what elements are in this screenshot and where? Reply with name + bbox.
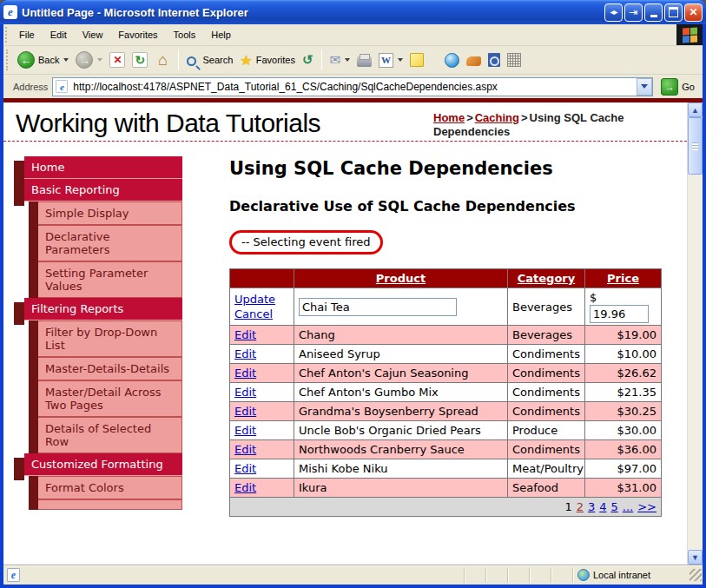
sort-category-link[interactable]: Category bbox=[518, 272, 575, 285]
home-button[interactable] bbox=[151, 50, 174, 69]
address-dropdown-button[interactable] bbox=[637, 78, 652, 96]
back-button[interactable]: Back bbox=[14, 50, 72, 70]
go-button[interactable]: Go bbox=[657, 76, 700, 97]
sidebar-item[interactable]: Simple Display bbox=[29, 202, 182, 225]
edit-with-word-button[interactable] bbox=[375, 51, 406, 69]
breadcrumb-caching-link[interactable]: Caching bbox=[475, 111, 519, 124]
pager-link[interactable]: 5 bbox=[611, 500, 618, 513]
history-icon bbox=[302, 52, 313, 68]
close-button[interactable] bbox=[684, 3, 703, 22]
address-input[interactable] bbox=[71, 80, 637, 94]
window-controls bbox=[604, 3, 703, 22]
refresh-icon bbox=[132, 52, 148, 68]
sidebar-item[interactable]: Master/Detail Across Two Pages bbox=[29, 380, 182, 417]
minimize-button[interactable] bbox=[644, 3, 663, 22]
toolbar-grip[interactable] bbox=[6, 50, 10, 70]
cancel-link[interactable]: Cancel bbox=[234, 307, 273, 320]
edit-link[interactable]: Edit bbox=[234, 367, 256, 380]
scrollbar-thumb[interactable] bbox=[688, 117, 703, 175]
pager-link[interactable]: >> bbox=[637, 500, 657, 513]
mail-button[interactable] bbox=[327, 50, 354, 69]
history-button[interactable] bbox=[299, 50, 317, 69]
menu-file[interactable]: File bbox=[11, 27, 43, 43]
favorites-button[interactable]: Favorites bbox=[236, 50, 299, 70]
research-button[interactable] bbox=[485, 51, 504, 69]
menu-bar: FileEditViewFavoritesToolsHelp bbox=[11, 24, 676, 45]
status-message: -- Selecting event fired bbox=[241, 235, 371, 248]
sidebar-item[interactable]: Master-Details-Details bbox=[29, 357, 182, 380]
search-button[interactable]: Search bbox=[183, 53, 236, 68]
notes-button[interactable] bbox=[406, 51, 427, 69]
sidebar-item[interactable]: Setting Parameter Values bbox=[29, 261, 182, 298]
product-cell: Uncle Bob's Organic Dried Pears bbox=[294, 421, 508, 440]
sidebar-item[interactable]: Filtering Reports bbox=[14, 298, 182, 320]
pager-link[interactable]: 4 bbox=[599, 500, 606, 513]
resize-grip[interactable] bbox=[690, 569, 702, 581]
edit-link[interactable]: Edit bbox=[234, 347, 256, 360]
sidebar-item[interactable]: Filter by Drop-Down List bbox=[29, 320, 182, 357]
sidebar-item[interactable]: Format Colors bbox=[29, 476, 182, 499]
grid-row: EditGrandma's Boysenberry SpreadCondimen… bbox=[230, 402, 662, 421]
print-button[interactable] bbox=[353, 52, 375, 69]
breadcrumb-home-link[interactable]: Home bbox=[433, 111, 465, 124]
product-name-input[interactable] bbox=[299, 298, 457, 316]
sidebar-notch bbox=[14, 161, 24, 183]
sidebar-item[interactable]: Basic Reporting bbox=[14, 179, 182, 202]
html-tool-button[interactable] bbox=[504, 51, 525, 69]
sidebar-item-label: Setting Parameter Values bbox=[38, 261, 182, 298]
toolbar-separator bbox=[178, 50, 179, 70]
sort-product-link[interactable]: Product bbox=[376, 272, 426, 285]
sidebar-item[interactable]: Home bbox=[14, 156, 182, 179]
edit-link[interactable]: Edit bbox=[234, 328, 256, 341]
menu-help[interactable]: Help bbox=[203, 27, 239, 43]
menu-tools[interactable]: Tools bbox=[166, 27, 204, 43]
price-input[interactable] bbox=[590, 305, 649, 323]
sidebar-spine bbox=[29, 417, 38, 453]
update-link[interactable]: Update bbox=[234, 293, 275, 306]
scroll-up-button[interactable] bbox=[688, 102, 703, 117]
edit-link[interactable]: Edit bbox=[234, 462, 256, 475]
main-content: Using SQL Cache Dependencies Declarative… bbox=[229, 156, 663, 517]
edit-link[interactable]: Edit bbox=[234, 443, 256, 456]
maximize-button[interactable] bbox=[664, 3, 683, 22]
edit-link[interactable]: Edit bbox=[234, 386, 256, 399]
scroll-down-button[interactable] bbox=[688, 550, 703, 565]
messenger-button[interactable] bbox=[441, 51, 463, 69]
site-masthead: Working with Data Tutorials Home>Caching… bbox=[3, 102, 687, 142]
stop-button[interactable] bbox=[106, 50, 129, 69]
address-combo bbox=[52, 77, 653, 96]
grid-body: EditChangBeverages$19.00EditAniseed Syru… bbox=[230, 326, 662, 498]
sort-price-link[interactable]: Price bbox=[607, 272, 639, 285]
menu-grip[interactable] bbox=[5, 27, 10, 43]
sidebar: HomeBasic ReportingSimple DisplayDeclara… bbox=[14, 156, 182, 517]
sidebar-item[interactable]: Customized Formatting bbox=[14, 453, 182, 476]
forward-button[interactable] bbox=[72, 50, 106, 70]
scrollbar-track[interactable] bbox=[688, 117, 703, 550]
ie-app-icon bbox=[3, 5, 17, 19]
pixel-grid-icon bbox=[507, 53, 521, 67]
pager-link[interactable]: 2 bbox=[577, 500, 584, 513]
status-main-pane bbox=[3, 568, 464, 582]
undock-button[interactable] bbox=[624, 3, 643, 22]
pager-link[interactable]: ... bbox=[623, 500, 633, 513]
pager-link[interactable]: 3 bbox=[588, 500, 595, 513]
edit-link[interactable]: Edit bbox=[234, 424, 256, 437]
sidebar-item[interactable]: Details of Selected Row bbox=[29, 417, 182, 453]
back-label: Back bbox=[38, 55, 59, 65]
menu-favorites[interactable]: Favorites bbox=[110, 27, 165, 43]
ie-page-icon bbox=[56, 80, 68, 93]
quick-launch-button[interactable] bbox=[463, 52, 485, 68]
price-cell: $30.00 bbox=[585, 421, 662, 440]
sidebar-item-label: Home bbox=[24, 156, 182, 179]
menu-edit[interactable]: Edit bbox=[43, 27, 75, 43]
edit-link[interactable]: Edit bbox=[234, 481, 256, 494]
search-label: Search bbox=[202, 55, 233, 65]
category-cell: Condiments bbox=[508, 364, 585, 383]
edit-link[interactable]: Edit bbox=[234, 405, 256, 418]
resize-toggle-button[interactable] bbox=[604, 3, 623, 22]
search-icon bbox=[187, 56, 196, 66]
price-cell: $30.25 bbox=[585, 402, 662, 421]
sidebar-item[interactable]: Declarative Parameters bbox=[29, 225, 182, 261]
refresh-button[interactable] bbox=[129, 50, 151, 69]
menu-view[interactable]: View bbox=[75, 27, 111, 43]
